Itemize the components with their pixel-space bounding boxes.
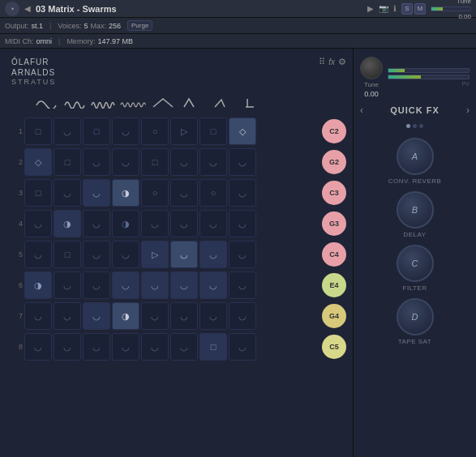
cell-r3-c8[interactable]: ◡ [229,179,256,207]
wave-4[interactable] [120,94,148,110]
cell-r8-c7[interactable]: □ [199,333,227,361]
cell-r1-c1[interactable]: □ [24,117,52,145]
cell-r3-c1[interactable]: □ [24,179,52,207]
cell-r5-c1[interactable]: ◡ [24,241,52,268]
cell-r3-c2[interactable]: ◡ [54,179,81,207]
cell-r2-c2[interactable]: □ [54,148,81,176]
cell-r3-c7[interactable]: ○ [199,179,227,207]
fx-text-icon[interactable]: fx [328,58,335,66]
note-badge-1[interactable]: C2 [322,119,346,143]
wave-3[interactable] [91,94,118,110]
fx-prev-arrow[interactable]: ‹ [360,105,363,116]
note-badge-2[interactable]: G2 [322,150,346,174]
midi-value[interactable]: omni [36,37,53,45]
cell-r1-c4[interactable]: ◡ [112,117,139,145]
cell-r3-c5[interactable]: ○ [141,179,169,207]
cell-r5-c3[interactable]: ◡ [83,241,110,268]
cell-r5-c6[interactable]: ◡ [170,241,198,268]
cell-r8-c6[interactable]: ◡ [170,333,198,361]
dots-icon[interactable]: ⠿ [319,57,325,67]
cell-r4-c6[interactable]: ◡ [170,210,198,237]
cell-r6-c8[interactable]: ◡ [229,271,256,299]
fx-knob-d[interactable]: D [397,298,434,335]
camera-icon[interactable]: 📷 [379,4,388,13]
cell-r1-c7[interactable]: □ [199,117,227,145]
gear-icon[interactable]: ⚙ [338,57,346,67]
s-button[interactable]: S [401,3,413,15]
cell-r3-c6[interactable]: ◡ [170,179,198,207]
cell-r2-c5[interactable]: □ [141,148,169,176]
cell-r4-c1[interactable]: ◡ [24,210,52,237]
cell-r7-c3[interactable]: ◡ [83,302,110,330]
cell-r3-c4[interactable]: ◑ [112,179,139,207]
cell-r6-c6[interactable]: ◡ [170,271,198,299]
cell-r4-c3[interactable]: ◡ [83,210,110,237]
info-icon[interactable]: ℹ [393,4,397,13]
output-value[interactable]: st.1 [32,22,44,30]
wave-7[interactable] [208,94,235,110]
cell-r8-c5[interactable]: ◡ [141,333,169,361]
cell-r4-c4[interactable]: ◑ [112,210,139,237]
cell-r5-c2[interactable]: □ [54,241,81,268]
cell-r6-c3[interactable]: ◡ [83,271,110,299]
tune-knob[interactable] [360,57,383,79]
cell-r6-c5[interactable]: ◡ [141,271,169,299]
cell-r1-c6[interactable]: ▷ [170,117,198,145]
fx-knob-a[interactable]: A [397,138,434,175]
cell-r6-c4[interactable]: ◡ [112,271,139,299]
cell-r8-c4[interactable]: ◡ [112,333,139,361]
cell-r2-c6[interactable]: ◡ [170,148,198,176]
cell-r2-c4[interactable]: ◡ [112,148,139,176]
purge-button[interactable]: Purge [127,20,152,31]
cell-r6-c7[interactable]: ◡ [199,271,227,299]
cell-r7-c7[interactable]: ◡ [199,302,227,330]
cell-r1-c2[interactable]: ◡ [54,117,81,145]
cell-r4-c5[interactable]: ◡ [141,210,169,237]
cell-r8-c3[interactable]: ◡ [83,333,110,361]
note-badge-8[interactable]: C5 [322,335,346,359]
cell-r6-c1[interactable]: ◑ [24,271,52,299]
cell-r8-c1[interactable]: ◡ [24,333,52,361]
cell-r7-c8[interactable]: ◡ [229,302,256,330]
cell-r3-c3[interactable]: ◡ [83,179,110,207]
cell-r1-c3[interactable]: □ [83,117,110,145]
wave-1[interactable] [32,94,60,110]
cell-r2-c1[interactable]: ◇ [24,148,52,176]
cell-r4-c8[interactable]: ◡ [229,210,256,237]
m-button[interactable]: M [414,3,426,15]
fx-dot-1[interactable] [406,124,410,128]
cell-r4-c2[interactable]: ◑ [54,210,81,237]
note-badge-4[interactable]: G3 [322,211,346,236]
nav-next[interactable]: ▶ [367,4,374,13]
cell-r2-c8[interactable]: ◡ [229,148,256,176]
fx-dot-2[interactable] [413,124,417,128]
fx-knob-c[interactable]: C [397,245,434,282]
cell-r1-c8[interactable]: ◇ [229,117,256,145]
cell-r2-c3[interactable]: ◡ [83,148,110,176]
fx-dot-3[interactable] [419,124,423,128]
cell-r8-c8[interactable]: ◡ [229,333,256,361]
note-badge-3[interactable]: C3 [322,181,346,205]
cell-r7-c5[interactable]: ◡ [141,302,169,330]
cell-r7-c2[interactable]: ◡ [54,302,81,330]
cell-r4-c7[interactable]: ◡ [199,210,227,237]
cell-r7-c4[interactable]: ◑ [112,302,139,330]
cell-r5-c4[interactable]: ◡ [112,241,139,268]
cell-r8-c2[interactable]: ◡ [54,333,81,361]
wave-2[interactable] [62,94,89,110]
cell-r6-c2[interactable]: ◡ [54,271,81,299]
wave-8[interactable] [237,94,264,110]
wave-5[interactable] [149,94,177,110]
cell-r2-c7[interactable]: ◡ [199,148,227,176]
cell-r5-c7[interactable]: ◡ [199,241,227,268]
cell-r1-c5[interactable]: ○ [141,117,169,145]
note-badge-5[interactable]: C4 [322,242,346,267]
cell-r7-c6[interactable]: ◡ [170,302,198,330]
nav-prev[interactable]: ◀ [24,4,31,13]
cell-r5-c8[interactable]: ◡ [229,241,256,268]
cell-r7-c1[interactable]: ◡ [24,302,52,330]
fx-next-arrow[interactable]: › [466,105,470,116]
note-badge-6[interactable]: E4 [322,273,346,297]
note-badge-7[interactable]: G4 [322,304,346,328]
fx-knob-b[interactable]: B [397,191,434,228]
